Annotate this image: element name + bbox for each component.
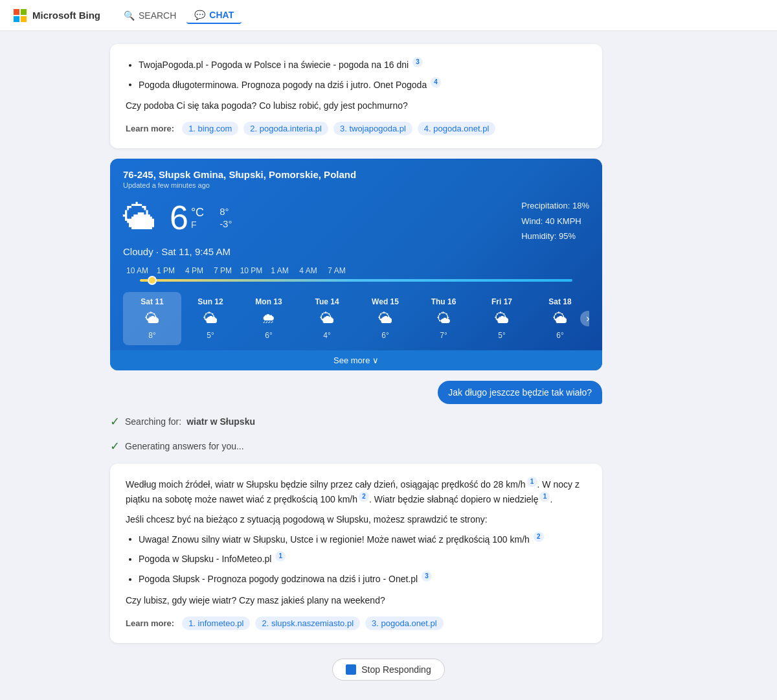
svg-rect-0	[14, 8, 19, 14]
weather-updated: Updated a few minutes ago	[123, 181, 589, 189]
second-card-text: Według moich źródeł, wiatr w Słupsku będ…	[126, 477, 587, 506]
weather-temp: 6	[170, 201, 188, 234]
hourly-time-7: 7 AM	[322, 266, 351, 275]
hourly-time-6: 4 AM	[294, 266, 322, 275]
learn-more-section: Learn more: 1. bing.com 2. pogoda.interi…	[126, 122, 587, 135]
searching-label: Searching for:	[125, 416, 181, 427]
ref-badge-1: 1	[527, 477, 537, 487]
main-content: TwojaPogoda.pl - Pogoda w Polsce i na św…	[97, 31, 680, 700]
ref-badge-6: 3	[422, 571, 432, 581]
second-learn-more-link-1[interactable]: 1. infometeo.pl	[182, 616, 250, 630]
second-learn-more: Learn more: 1. infometeo.pl 2. slupsk.na…	[126, 616, 587, 630]
second-learn-more-link-2[interactable]: 2. slupsk.naszemiasto.pl	[255, 616, 360, 630]
chat-nav-icon: 💬	[194, 10, 205, 20]
top-navigation: Microsoft Bing 🔍 SEARCH 💬 CHAT	[0, 0, 777, 31]
stop-responding-container: Stop Responding	[110, 659, 667, 681]
weather-description: Cloudy · Sat 11, 9:45 AM	[123, 246, 589, 257]
day-cell-mon13[interactable]: Mon 13 🌧 6°	[240, 292, 298, 345]
weather-hilo: 8° -3°	[220, 206, 232, 229]
ref-badge-5: 1	[275, 551, 286, 561]
learn-more-link-4[interactable]: 4. pogoda.onet.pl	[418, 122, 495, 135]
hourly-time-4: 10 PM	[237, 266, 265, 275]
hourly-time-1: 1 PM	[152, 266, 180, 275]
hourly-time-2: 4 PM	[180, 266, 208, 275]
weather-details: Precipitation: 18% Wind: 40 KMPH Humidit…	[521, 198, 589, 243]
search-nav-link[interactable]: 🔍 SEARCH	[116, 8, 184, 23]
second-response-card: Według moich źródeł, wiatr w Słupsku będ…	[110, 464, 602, 642]
learn-more-link-3[interactable]: 3. twojapogoda.pl	[333, 122, 412, 135]
day-cell-thu16[interactable]: Thu 16 🌤 7°	[414, 292, 473, 345]
stop-responding-button[interactable]: Stop Responding	[332, 659, 444, 681]
learn-more-link-2[interactable]: 2. pogoda.interia.pl	[243, 122, 328, 135]
day-cell-fri17[interactable]: Fri 17 🌥 5°	[473, 292, 531, 345]
weather-unit-f: F	[191, 220, 204, 230]
timeline-indicator	[148, 276, 157, 285]
stop-icon	[346, 664, 356, 675]
svg-rect-1	[21, 8, 27, 14]
see-more-button[interactable]: See more ∨	[110, 350, 602, 370]
timeline-bar-row	[123, 279, 589, 287]
day-cell-wed15[interactable]: Wed 15 🌥 6°	[356, 292, 414, 345]
list-item: Pogoda długoterminowa. Prognoza pogody n…	[139, 77, 587, 92]
svg-rect-3	[21, 16, 27, 21]
ref-badge: 4	[431, 77, 441, 87]
second-card-question: Czy lubisz, gdy wieje wiatr? Czy masz ja…	[126, 594, 587, 607]
weather-unit-c: °C	[191, 206, 204, 220]
weather-main-row: 🌥 6 °C F 8° -3° Precipitation: 18%	[123, 198, 589, 246]
list-item: TwojaPogoda.pl - Pogoda w Polsce i na św…	[139, 57, 587, 72]
weather-widget: 76-245, Słupsk Gmina, Słupski, Pomorskie…	[110, 159, 602, 370]
search-status-row: ✓ Searching for: wiatr w Słupsku	[110, 414, 602, 429]
day-cell-sat11[interactable]: Sat 11 🌥 8°	[123, 292, 181, 345]
ref-badge-3: 1	[539, 491, 550, 502]
microsoft-logo-icon	[13, 8, 27, 23]
logo: Microsoft Bing	[13, 8, 100, 23]
logo-text: Microsoft Bing	[32, 10, 100, 21]
nav-links: 🔍 SEARCH 💬 CHAT	[116, 7, 242, 24]
weather-icon: 🌥	[123, 198, 157, 237]
svg-rect-2	[14, 16, 19, 21]
first-response-card: TwojaPogoda.pl - Pogoda w Polsce i na św…	[110, 44, 602, 148]
check-icon: ✓	[110, 414, 120, 429]
day-cell-tue14[interactable]: Tue 14 🌥 4°	[298, 292, 356, 345]
hourly-time-0: 10 AM	[123, 266, 152, 275]
timeline-bar	[140, 279, 572, 282]
search-nav-icon: 🔍	[124, 10, 135, 21]
user-message-container: Jak długo jeszcze będzie tak wiało?	[110, 381, 602, 404]
hourly-time-3: 7 PM	[208, 266, 237, 275]
second-card-links: Uwaga! Znowu silny wiatr w Słupsku, Ustc…	[139, 532, 587, 586]
second-learn-more-link-3[interactable]: 3. pogoda.onet.pl	[365, 616, 443, 630]
hourly-timeline: 10 AM 1 PM 4 PM 7 PM 10 PM 1 AM 4 AM 7 A…	[123, 266, 589, 275]
check-icon-2: ✓	[110, 439, 120, 453]
generating-status-row: ✓ Generating answers for you...	[110, 439, 602, 453]
day-cell-sun12[interactable]: Sun 12 🌥 5°	[181, 292, 240, 345]
hourly-time-5: 1 AM	[265, 266, 294, 275]
chat-nav-link[interactable]: 💬 CHAT	[186, 7, 242, 24]
list-item: Pogoda Słupsk - Prognoza pogody godzinow…	[139, 571, 587, 586]
second-card-paragraph2: Jeśli chcesz być na bieżąco z sytuacją p…	[126, 513, 587, 526]
learn-more-link-1[interactable]: 1. bing.com	[182, 122, 238, 135]
ref-badge-2: 2	[359, 491, 369, 502]
ref-badge-4: 2	[534, 532, 544, 542]
search-query: wiatr w Słupsku	[186, 416, 255, 427]
chat-area: TwojaPogoda.pl - Pogoda w Polsce i na św…	[97, 44, 680, 700]
weather-main: 🌥 6 °C F 8° -3°	[123, 198, 232, 237]
ref-badge: 3	[412, 57, 423, 67]
user-message: Jak długo jeszcze będzie tak wiało?	[438, 381, 602, 404]
generating-label: Generating answers for you...	[125, 441, 244, 451]
list-item: Pogoda w Słupsku - InfoMeteo.pl 1	[139, 551, 587, 566]
list-item: Uwaga! Znowu silny wiatr w Słupsku, Ustc…	[139, 532, 587, 547]
weather-location: 76-245, Słupsk Gmina, Słupski, Pomorskie…	[123, 169, 589, 180]
daily-forecast-row: Sat 11 🌥 8° Sun 12 🌥 5° Mon 13 🌧 6° Tue …	[123, 292, 589, 345]
first-card-question: Czy podoba Ci się taka pogoda? Co lubisz…	[126, 99, 587, 113]
first-card-links: TwojaPogoda.pl - Pogoda w Polsce i na św…	[139, 57, 587, 91]
